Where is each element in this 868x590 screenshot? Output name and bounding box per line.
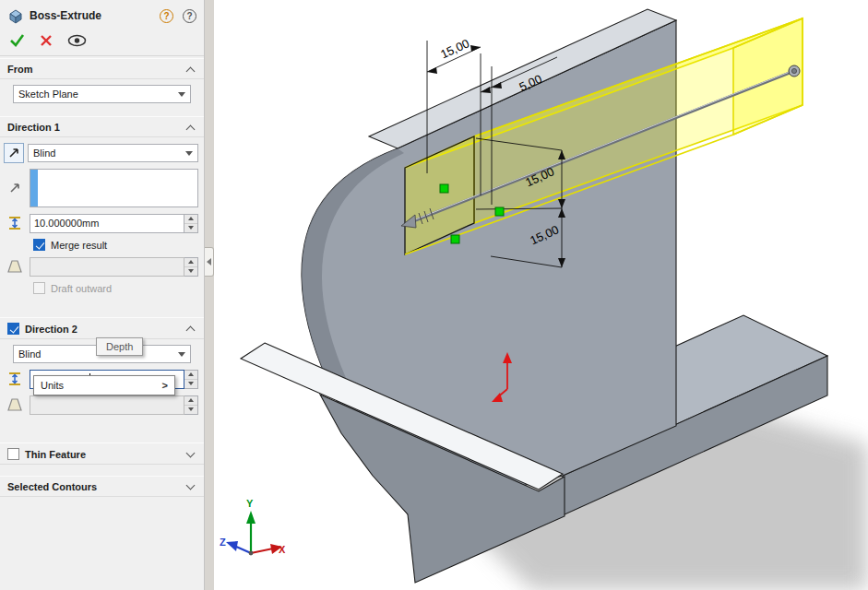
merge-result-checkbox[interactable]: [33, 239, 45, 251]
d1-end-condition-value: Blind: [33, 148, 183, 159]
pm-toolbar: [0, 26, 204, 56]
section-direction1[interactable]: Direction 1: [0, 116, 204, 137]
thin-feature-checkbox[interactable]: [7, 448, 19, 460]
d1-direction-selection-box[interactable]: [30, 169, 198, 207]
quick-tip-icon[interactable]: ?: [160, 9, 173, 23]
d1-depth-value: 10.000000mm: [34, 218, 99, 229]
sketch-handle[interactable]: [440, 184, 448, 193]
d2-depth-spinner[interactable]: [184, 370, 198, 389]
draft-outward-label: Draft outward: [51, 283, 112, 294]
collapse-arrow-icon: [207, 258, 211, 266]
viewport-canvas[interactable]: 15,00 5,00 15,00 15,00 Y X Z: [214, 0, 868, 590]
section-selected-contours[interactable]: Selected Contours: [0, 476, 204, 497]
property-manager-panel: Boss-Extrude ? ? From Sketch Plane Direc…: [0, 0, 205, 590]
from-plane-value: Sketch Plane: [18, 88, 175, 100]
draft-outward-row: Draft outward: [33, 282, 196, 294]
section-direction2-label: Direction 2: [25, 324, 182, 335]
submenu-arrow-icon: >: [162, 380, 168, 391]
y-axis-arrowhead: [246, 511, 256, 524]
draft-angle-icon: [4, 395, 26, 415]
x-axis: [251, 549, 273, 553]
d2-draft-input: [30, 395, 184, 415]
section-from-label: From: [7, 64, 182, 75]
dim-label-15[interactable]: 15,00: [438, 36, 471, 61]
d1-draft-spinner: [184, 257, 198, 277]
units-menu-item[interactable]: Units: [41, 380, 162, 391]
chevron-down-icon: [178, 92, 185, 97]
depth-icon: [4, 213, 26, 233]
chevron-down-icon: [186, 448, 196, 457]
chevron-up-icon: [186, 66, 196, 76]
triad-origin: [249, 551, 254, 556]
depth-tooltip: Depth: [96, 337, 143, 356]
chevron-up-icon: [186, 326, 196, 336]
orientation-triad: [226, 511, 282, 555]
y-axis-label: Y: [246, 498, 254, 509]
depth-tooltip-text: Depth: [106, 341, 133, 352]
merge-result-label: Merge result: [51, 240, 107, 251]
panel-collapse-tab[interactable]: [205, 247, 214, 277]
d1-depth-row: 10.000000mm: [4, 213, 198, 233]
ok-button[interactable]: [9, 32, 25, 48]
direction2-checkbox[interactable]: [7, 323, 19, 335]
z-axis-arrowhead: [226, 541, 238, 551]
boss-extrude-icon: [7, 7, 24, 24]
section-thin-feature[interactable]: Thin Feature: [0, 442, 204, 465]
section-from[interactable]: From: [0, 58, 204, 79]
preview-eye-button[interactable]: [67, 34, 87, 47]
draft-angle-icon: [4, 256, 26, 277]
d1-direction-ref-row: [4, 169, 198, 207]
d2-draft-spinner: [184, 395, 198, 415]
chevron-down-icon: [186, 481, 196, 490]
graphics-viewport[interactable]: 15,00 5,00 15,00 15,00 Y X Z: [214, 0, 868, 590]
cancel-button[interactable]: [40, 34, 53, 47]
from-plane-select[interactable]: Sketch Plane: [13, 85, 191, 103]
chevron-down-icon: [178, 352, 185, 357]
d1-draft-row: [4, 256, 198, 277]
x-axis-label: X: [279, 544, 286, 555]
d1-reverse-direction-button[interactable]: [4, 143, 24, 163]
section-thin-feature-label: Thin Feature: [25, 449, 182, 460]
selection-highlight-bar: [30, 170, 38, 206]
feature-title-bar: Boss-Extrude ? ?: [0, 0, 204, 26]
d1-end-condition-row: Blind: [4, 143, 198, 163]
panel-viewport-divider: [205, 0, 214, 590]
chevron-up-icon: [186, 124, 196, 134]
d2-draft-row: [4, 395, 198, 415]
z-axis-label: Z: [220, 537, 226, 548]
section-direction2[interactable]: Direction 2: [0, 317, 204, 339]
panel-title: Boss-Extrude: [30, 9, 150, 22]
help-icon[interactable]: ?: [183, 9, 196, 23]
d1-depth-spinner[interactable]: [184, 214, 198, 233]
depth-icon: [4, 369, 26, 389]
equation-units-popup[interactable]: Units >: [33, 375, 175, 395]
d1-end-condition-select[interactable]: Blind: [28, 144, 198, 162]
direction-arrow-icon: [4, 178, 26, 198]
sketch-handle[interactable]: [495, 207, 504, 216]
reverse-direction-arrow-icon: [7, 147, 20, 159]
section-direction1-label: Direction 1: [7, 122, 182, 133]
draft-outward-checkbox: [33, 282, 45, 294]
d1-draft-input: [30, 257, 184, 277]
merge-result-row: Merge result: [33, 239, 196, 251]
sketch-handle[interactable]: [451, 235, 459, 243]
d1-depth-input[interactable]: 10.000000mm: [30, 214, 184, 233]
section-selected-contours-label: Selected Contours: [7, 481, 182, 492]
chevron-down-icon: [185, 151, 193, 156]
